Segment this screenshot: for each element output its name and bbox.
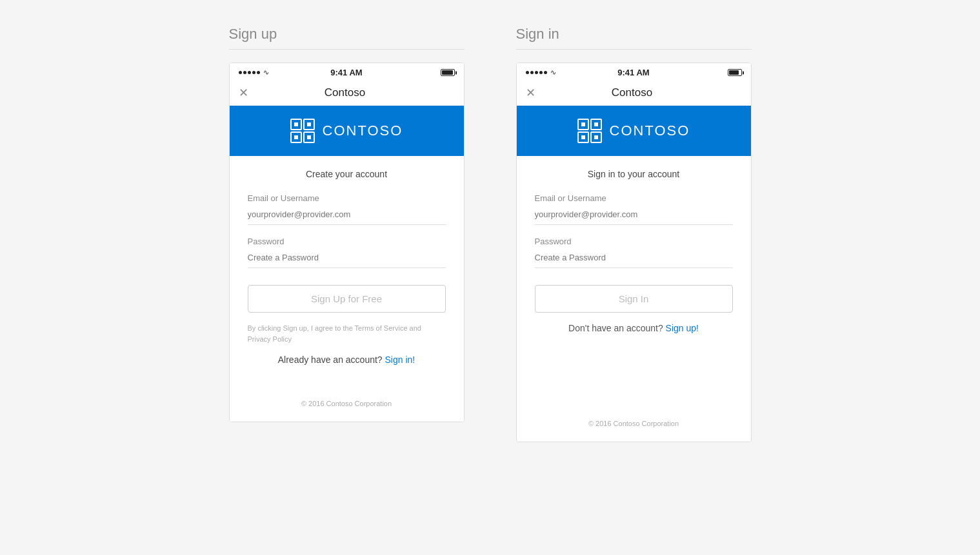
signin-title: Sign in <box>516 26 752 43</box>
signin-bottom-link: Don't have an account? Sign up! <box>535 323 733 333</box>
signup-email-group: Email or Username <box>248 193 446 225</box>
svg-rect-15 <box>594 135 598 139</box>
signin-dont-have-text: Don't have an account? <box>568 323 663 333</box>
signup-form-area: Create your account Email or Username Pa… <box>230 156 464 384</box>
signin-close-button[interactable]: ✕ <box>526 86 535 100</box>
signup-screen-container: Sign up ∿ 9:41 AM ✕ Contoso <box>229 26 465 422</box>
signup-bottom-link: Already have an account? Sign in! <box>248 355 446 365</box>
signup-password-input[interactable] <box>248 250 446 268</box>
dot3 <box>248 71 251 74</box>
signin-form-area: Sign in to your account Email or Usernam… <box>517 156 751 353</box>
signin-footer-text: © 2016 Contoso Corporation <box>588 420 679 427</box>
signup-email-label: Email or Username <box>248 193 446 203</box>
signin-signal-dots <box>526 71 547 74</box>
dot1 <box>239 71 242 74</box>
signup-close-button[interactable]: ✕ <box>239 86 248 100</box>
si-dot4 <box>539 71 543 74</box>
signin-submit-button[interactable]: Sign In <box>535 285 733 313</box>
signin-password-group: Password <box>535 237 733 268</box>
signin-battery-fill <box>729 70 739 75</box>
signup-password-group: Password <box>248 237 446 268</box>
signup-form-heading: Create your account <box>248 169 446 179</box>
signin-status-bar: ∿ 9:41 AM <box>517 63 751 81</box>
signin-email-label: Email or Username <box>535 193 733 203</box>
svg-rect-14 <box>581 135 585 139</box>
signup-wifi-icon: ∿ <box>263 68 269 77</box>
signin-time: 9:41 AM <box>617 68 649 77</box>
signin-phone-frame: ∿ 9:41 AM ✕ Contoso C <box>516 63 752 442</box>
si-dot3 <box>535 71 538 74</box>
dot5 <box>257 71 260 74</box>
signup-footer: © 2016 Contoso Corporation <box>230 384 464 422</box>
signin-nav-title: Contoso <box>612 86 652 99</box>
signup-brand-logo-icon <box>290 119 315 143</box>
signup-battery-icon <box>441 69 455 76</box>
svg-rect-6 <box>294 135 298 139</box>
signup-title: Sign up <box>229 26 465 43</box>
signup-brand-name: CONTOSO <box>323 122 403 139</box>
signin-password-input[interactable] <box>535 250 733 268</box>
svg-rect-7 <box>307 135 311 139</box>
signin-brand-logo-icon <box>577 119 602 143</box>
signup-email-input[interactable] <box>248 207 446 225</box>
signup-submit-button[interactable]: Sign Up for Free <box>248 285 446 313</box>
signin-battery-icon <box>728 69 742 76</box>
signin-footer: © 2016 Contoso Corporation <box>517 404 751 442</box>
si-dot1 <box>526 71 529 74</box>
signup-nav-title: Contoso <box>325 86 365 99</box>
signup-status-bar: ∿ 9:41 AM <box>230 63 464 81</box>
signup-footer-text: © 2016 Contoso Corporation <box>301 400 392 407</box>
signin-signal-area: ∿ <box>526 68 556 77</box>
signup-brand-header: CONTOSO <box>230 106 464 156</box>
si-dot2 <box>530 71 534 74</box>
signin-brand-name: CONTOSO <box>610 122 690 139</box>
signup-signin-link[interactable]: Sign in! <box>385 355 415 365</box>
dot2 <box>243 71 246 74</box>
svg-rect-12 <box>581 122 585 126</box>
signin-email-input[interactable] <box>535 207 733 225</box>
signin-password-label: Password <box>535 237 733 246</box>
signin-nav-bar: ✕ Contoso <box>517 81 751 106</box>
signin-title-underline <box>516 49 752 50</box>
signup-already-text: Already have an account? <box>278 355 383 365</box>
signin-brand-header: CONTOSO <box>517 106 751 156</box>
signin-form-heading: Sign in to your account <box>535 169 733 179</box>
signup-password-label: Password <box>248 237 446 246</box>
signin-wifi-icon: ∿ <box>550 68 556 77</box>
signin-email-group: Email or Username <box>535 193 733 225</box>
signup-phone-frame: ∿ 9:41 AM ✕ Contoso C <box>229 63 465 422</box>
signup-title-underline <box>229 49 465 50</box>
svg-rect-4 <box>294 122 298 126</box>
dot4 <box>252 71 255 74</box>
si-dot5 <box>544 71 547 74</box>
signin-spacer <box>517 353 751 404</box>
signup-signal-area: ∿ <box>239 68 269 77</box>
signup-terms-text: By clicking Sign up, I agree to the Term… <box>248 323 446 344</box>
svg-rect-13 <box>594 122 598 126</box>
signin-signup-link[interactable]: Sign up! <box>666 323 699 333</box>
svg-rect-5 <box>307 122 311 126</box>
signin-screen-container: Sign in ∿ 9:41 AM ✕ Contoso <box>516 26 752 442</box>
signup-time: 9:41 AM <box>330 68 362 77</box>
signup-battery-fill <box>442 70 453 75</box>
signup-nav-bar: ✕ Contoso <box>230 81 464 106</box>
signup-signal-dots <box>239 71 260 74</box>
